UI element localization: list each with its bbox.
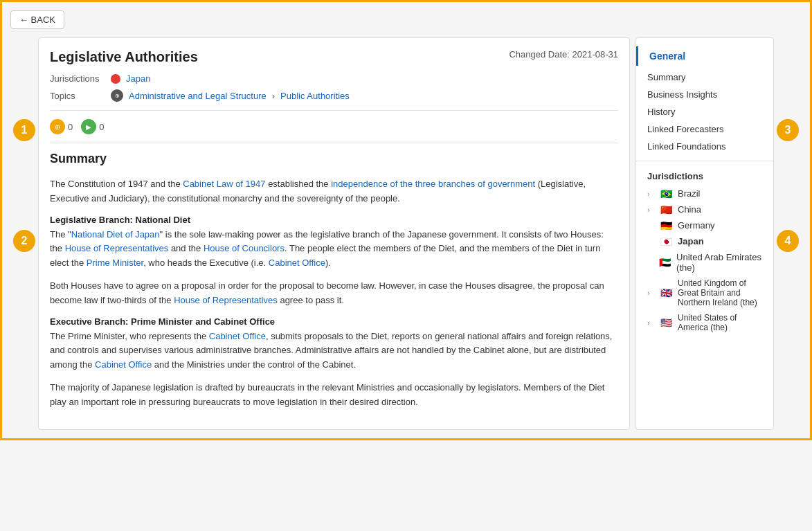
sidebar-jurisdiction-uae[interactable]: › 🇦🇪 United Arab Emirates (the) — [636, 249, 773, 276]
uk-flag: 🇬🇧 — [660, 288, 672, 298]
sub3-para: The majority of Japanese legislation is … — [50, 381, 618, 410]
sub1-para2: Both Houses have to agree on a proposal … — [50, 279, 618, 308]
step-indicators-left: 1 2 — [10, 37, 38, 430]
badge-2-icon: ▶ — [81, 119, 96, 134]
sidebar-jurisdiction-uk[interactable]: › 🇬🇧 United Kingdom ofGreat Britain andN… — [636, 276, 773, 310]
japan-name: Japan — [678, 236, 704, 246]
step-indicators-right: 3 4 — [774, 37, 802, 430]
topic-icon: ⊕ — [111, 89, 123, 102]
changed-date: Changed Date: 2021-08-31 — [509, 49, 618, 60]
china-flag: 🇨🇳 — [660, 205, 672, 215]
sub1-title: Legislative Branch: National Diet — [50, 215, 618, 225]
header-section: Legislative Authorities Changed Date: 20… — [50, 49, 618, 65]
page-title: Legislative Authorities — [50, 49, 198, 65]
japan-flag-dot — [111, 74, 120, 84]
chevron-icon: › — [647, 190, 654, 198]
brazil-flag: 🇧🇷 — [660, 189, 672, 199]
sidebar-jurisdiction-brazil[interactable]: › 🇧🇷 Brazil — [636, 186, 773, 201]
topic-sub-link[interactable]: Public Authorities — [280, 91, 350, 101]
sidebar-general-label: General — [636, 46, 773, 66]
topic-separator: › — [272, 91, 275, 101]
sidebar: General Summary Business Insights Histor… — [635, 37, 774, 430]
step-2-indicator: 2 — [13, 230, 35, 252]
sidebar-jurisdiction-china[interactable]: › 🇨🇳 China — [636, 201, 773, 217]
usa-flag: 🇺🇸 — [660, 318, 672, 327]
uae-flag: 🇦🇪 — [658, 258, 671, 267]
japan-flag: 🇯🇵 — [660, 237, 672, 246]
content-area: Legislative Authorities Changed Date: 20… — [38, 37, 630, 430]
icon-badges: ⊕ 0 ▶ 0 — [50, 119, 618, 134]
sidebar-jurisdiction-germany[interactable]: › 🇩🇪 Germany — [636, 217, 773, 233]
sidebar-item-linked-foundations[interactable]: Linked Foundations — [636, 138, 773, 155]
chevron-icon: › — [647, 289, 654, 297]
topics-row: Topics ⊕ Administrative and Legal Struct… — [50, 89, 618, 102]
summary-section-header: Summary — [50, 152, 618, 166]
sub2-title: Executive Branch: Prime Minister and Cab… — [50, 316, 618, 327]
china-name: China — [678, 204, 701, 215]
uk-name: United Kingdom ofGreat Britain andNorthe… — [678, 278, 757, 307]
summary-title: Summary — [50, 152, 107, 166]
sub1-para1: The "National Diet of Japan" is the sole… — [50, 228, 618, 271]
uae-name: United Arab Emirates (the) — [676, 252, 762, 273]
sidebar-divider — [636, 161, 773, 161]
sidebar-item-business-insights[interactable]: Business Insights — [636, 86, 773, 103]
sidebar-jurisdictions-title: Jurisdictions — [636, 167, 773, 186]
step-3-indicator: 3 — [777, 119, 799, 141]
badge-1-icon: ⊕ — [50, 119, 65, 134]
germany-name: Germany — [678, 220, 714, 231]
chevron-icon: › — [647, 318, 654, 327]
jurisdictions-label: Jurisdictions — [50, 73, 105, 84]
germany-flag: 🇩🇪 — [660, 221, 672, 231]
back-button[interactable]: ← BACK — [10, 10, 64, 29]
badge-1-count: 0 — [68, 122, 73, 132]
step-1-indicator: 1 — [13, 119, 35, 141]
sidebar-jurisdiction-japan[interactable]: › 🇯🇵 Japan — [636, 233, 773, 249]
sidebar-jurisdiction-usa[interactable]: › 🇺🇸 United States ofAmerica (the) — [636, 310, 773, 335]
sidebar-item-history[interactable]: History — [636, 103, 773, 120]
badge-2: ▶ 0 — [81, 119, 104, 134]
summary-divider — [50, 143, 618, 143]
topics-label: Topics — [50, 91, 105, 101]
chevron-icon: › — [647, 206, 654, 214]
header-divider — [50, 110, 618, 111]
jurisdictions-row: Jurisdictions Japan — [50, 73, 618, 84]
topic-main-link[interactable]: Administrative and Legal Structure — [129, 91, 267, 101]
summary-para1: The Constitution of 1947 and the Cabinet… — [50, 177, 618, 206]
badge-1: ⊕ 0 — [50, 119, 73, 134]
step-4-indicator: 4 — [777, 230, 799, 252]
brazil-name: Brazil — [678, 188, 701, 199]
badge-2-count: 0 — [99, 122, 104, 132]
sidebar-item-summary[interactable]: Summary — [636, 69, 773, 86]
jurisdiction-name[interactable]: Japan — [126, 73, 150, 84]
sub2-para: The Prime Minister, who represents the C… — [50, 330, 618, 372]
usa-name: United States ofAmerica (the) — [678, 313, 737, 332]
sidebar-item-linked-forecasters[interactable]: Linked Forecasters — [636, 120, 773, 138]
